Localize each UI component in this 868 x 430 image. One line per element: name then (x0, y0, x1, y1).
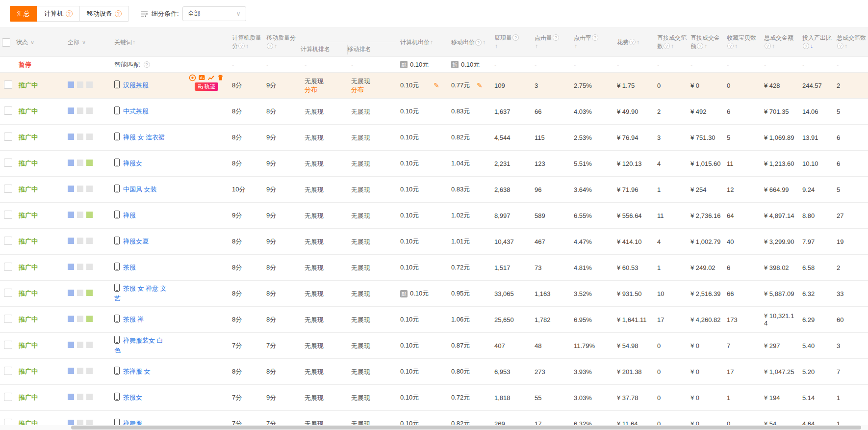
col-header-keyword[interactable]: 关键词 ↑ (110, 28, 228, 56)
cell-impressions: 6,953 (490, 368, 531, 376)
sort-up-icon: ↑ (735, 43, 738, 50)
keyword-link[interactable]: 汉服茶服 (123, 81, 149, 89)
keyword-link[interactable]: 茶服 禅 (123, 316, 144, 323)
keyword-link[interactable]: 禅舞服装女 白色 (114, 337, 163, 354)
col-header-computer-score[interactable]: 计算机质量分?↑ (228, 28, 262, 56)
cell-computer-bid: 0.10元 ✎ (396, 107, 447, 116)
row-checkbox[interactable] (4, 315, 12, 323)
row-checkbox[interactable] (4, 159, 12, 167)
col-header-mobile-score[interactable]: 移动质量分?↑ (262, 28, 301, 56)
col-header-computer-rank[interactable]: 计算机排名 (301, 45, 347, 54)
col-header-total-orders[interactable]: 总成交笔数?↑ (833, 28, 868, 56)
cell-direct-orders: 3 (653, 134, 687, 141)
cell-mobile-rank: 无展现 分布 (347, 77, 396, 94)
row-checkbox[interactable] (4, 367, 12, 375)
help-icon[interactable]: ? (837, 43, 843, 49)
row-checkbox[interactable] (4, 237, 12, 245)
help-icon[interactable]: ? (592, 34, 598, 41)
cell-ctr: 3.52% (570, 290, 613, 297)
delete-icon[interactable] (217, 74, 224, 81)
col-header-computer-bid[interactable]: 计算机出价↑ (396, 28, 447, 56)
table-header: 状态 ∨ 全部 ∨ 关键词 ↑ 计算机质量分?↑ 移动质量分?↑ 计算机排名 移… (0, 27, 868, 57)
cell-impressions: - (490, 61, 531, 68)
help-icon[interactable]: ? (267, 43, 273, 49)
quality-bar-2 (77, 134, 83, 140)
help-icon[interactable]: ? (803, 43, 809, 49)
col-header-cost[interactable]: 花费?↑ (613, 28, 653, 56)
cell-roi: 5.20 (798, 368, 833, 376)
keyword-link[interactable]: 茶服 女 禅意 文艺 (114, 285, 167, 302)
cell-computer-bid: 0.10元 ✎ (396, 263, 447, 272)
select-all-checkbox[interactable] (2, 38, 10, 47)
help-icon[interactable]: ? (512, 34, 519, 41)
segment-filter: 细分条件: 全部 ∨ (141, 6, 246, 21)
col-header-mobile-bid[interactable]: 移动出价?↑ (447, 28, 490, 56)
cell-direct-orders: 0 (653, 82, 687, 89)
edit-bid-icon[interactable]: ✎ (477, 81, 490, 89)
report-icon[interactable] (198, 74, 205, 81)
row-checkbox[interactable] (4, 81, 12, 89)
help-icon[interactable]: ? (238, 43, 245, 49)
mobile-device-icon (114, 393, 120, 401)
edit-bid-icon[interactable]: ✎ (434, 81, 447, 89)
row-checkbox[interactable] (4, 289, 12, 297)
help-icon[interactable]: ? (475, 39, 482, 46)
row-checkbox[interactable] (4, 263, 12, 271)
quality-bars (64, 108, 110, 115)
distribution-link[interactable]: 分布 (351, 85, 396, 94)
help-icon[interactable]: ? (765, 43, 771, 49)
help-icon[interactable]: ? (727, 43, 734, 49)
keyword-link[interactable]: 茶服女 (123, 394, 142, 401)
keyword-link[interactable]: 禅服 (123, 212, 136, 219)
col-header-total-amount[interactable]: 总成交金额?↑ (760, 28, 798, 56)
col-header-quality-filter[interactable]: 全部 ∨ (64, 28, 110, 56)
help-icon[interactable]: ? (697, 43, 703, 49)
tab-computer[interactable]: 计算机 ? (37, 6, 80, 22)
keyword-link[interactable]: 中国风 女装 (123, 186, 157, 193)
distribution-link[interactable]: 分布 (305, 85, 347, 94)
horizontal-scrollbar-thumb[interactable] (71, 426, 861, 430)
status-badge: 推广中 (19, 186, 38, 193)
cell-direct-amount: ¥ 0 (687, 394, 723, 402)
keyword-link[interactable]: 禅服 女 连衣裙 (123, 134, 165, 141)
help-icon[interactable]: ? (553, 34, 559, 41)
col-header-direct-amount[interactable]: 直接成交金额?↑ (687, 28, 723, 56)
col-header-roi[interactable]: 投入产出比?↓ (798, 28, 833, 56)
table-row: 推广中 中国风 女装 (0, 177, 868, 203)
keyword-link[interactable]: 茶禅服 女 (123, 368, 151, 375)
keyword-link[interactable]: 禅服女 (123, 160, 142, 167)
col-header-ctr[interactable]: 点击率?↑ (570, 28, 613, 56)
help-icon[interactable]: ? (629, 39, 636, 45)
tab-summary[interactable]: 汇总 (10, 6, 37, 22)
keyword-link[interactable]: 茶服 (123, 264, 136, 271)
row-checkbox[interactable] (4, 107, 12, 115)
sort-up-icon: ↑ (772, 43, 775, 50)
cell-impressions: 25,650 (490, 316, 531, 323)
cell-computer-bid: 0.10元 ✎ (396, 211, 447, 220)
target-icon[interactable] (189, 74, 196, 81)
segment-select[interactable]: 全部 ∨ (182, 6, 246, 21)
row-checkbox[interactable] (4, 185, 12, 193)
trend-chart-icon[interactable] (207, 74, 215, 81)
tab-mobile[interactable]: 移动设备 ? (79, 6, 129, 22)
sort-up-icon: ↑ (483, 38, 485, 47)
keyword-link[interactable]: 中式茶服 (123, 108, 149, 115)
status-badge: 推广中 (19, 160, 38, 167)
help-icon[interactable]: ? (144, 61, 150, 68)
table-row: 推广中 茶服 禅 轨迹 (0, 307, 868, 333)
track-badge[interactable]: 轨迹 (195, 82, 218, 91)
help-icon[interactable]: ? (115, 10, 122, 17)
col-header-direct-orders[interactable]: 直接成交笔数?↑ (653, 28, 687, 56)
col-header-impressions[interactable]: 展现量?↑ (490, 28, 531, 56)
col-header-mobile-rank[interactable]: 移动排名 (347, 45, 396, 54)
row-checkbox[interactable] (4, 211, 12, 219)
row-checkbox[interactable] (4, 393, 12, 401)
keyword-link[interactable]: 禅服女夏 (123, 238, 149, 245)
row-checkbox[interactable] (4, 133, 12, 141)
col-header-status[interactable]: 状态 ∨ (15, 28, 64, 56)
help-icon[interactable]: ? (66, 10, 73, 17)
help-icon[interactable]: ? (664, 43, 670, 49)
col-header-favorites[interactable]: 收藏宝贝数?↑ (723, 28, 760, 56)
row-checkbox[interactable] (4, 341, 12, 349)
col-header-clicks[interactable]: 点击量?↑ (531, 28, 570, 56)
